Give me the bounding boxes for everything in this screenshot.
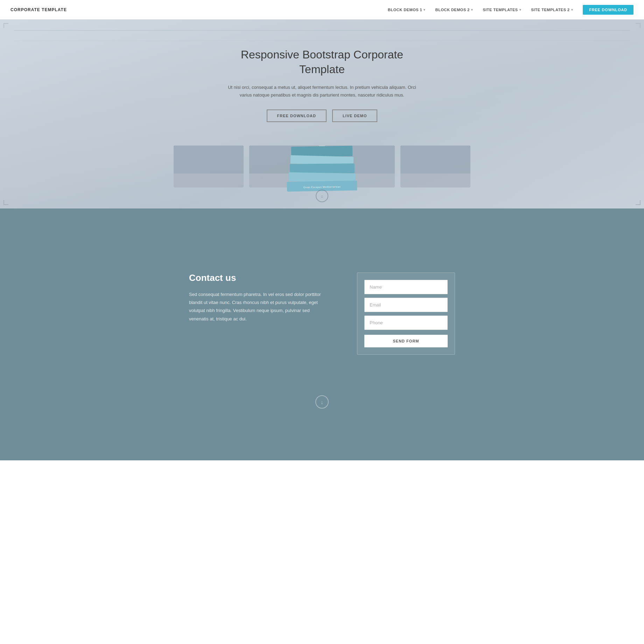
contact-phone-input[interactable] [364, 316, 448, 330]
book-label: Great Escapes Mediterranean [303, 185, 341, 189]
navbar-brand: CORPORATE TEMPLATE [10, 7, 67, 12]
corner-bracket-tr [636, 23, 640, 28]
contact-inner: Contact us Sed consequat fermentum phare… [189, 273, 455, 355]
contact-section: Contact us Sed consequat fermentum phare… [0, 208, 644, 418]
hero-content: Responsive Bootstrap Corporate Template … [224, 48, 420, 136]
product-card-4-image [400, 146, 470, 174]
corner-bracket-bl [4, 200, 8, 205]
navbar-free-download-button[interactable]: FREE DOWNLOAD [583, 5, 634, 15]
hero-demo-button[interactable]: LIVE DEMO [332, 109, 378, 122]
contact-send-button[interactable]: SEND FORM [364, 335, 448, 347]
hero-title: Responsive Bootstrap Corporate Template [224, 48, 420, 77]
product-card-4 [400, 146, 470, 187]
contact-right: SEND FORM [357, 273, 455, 355]
contact-name-input[interactable] [364, 280, 448, 294]
hero-subtitle: Ut nisi orci, consequat a metus ut, aliq… [224, 84, 420, 99]
hero-buttons: FREE DOWNLOAD LIVE DEMO [224, 109, 420, 122]
caret-icon-2: ▾ [471, 8, 473, 12]
hero-download-button[interactable]: FREE DOWNLOAD [267, 109, 327, 122]
arrow-down-icon-contact: ↓ [321, 399, 323, 405]
contact-description: Sed consequat fermentum pharetra. In vel… [189, 290, 329, 323]
contact-left: Contact us Sed consequat fermentum phare… [189, 273, 329, 323]
caret-icon-3: ▾ [519, 8, 522, 12]
contact-form: SEND FORM [357, 273, 455, 355]
caret-icon-1: ▾ [424, 8, 426, 12]
arrow-down-icon: ↓ [321, 193, 323, 199]
navbar: CORPORATE TEMPLATE BLOCK DEMOS 1 ▾ BLOCK… [0, 0, 644, 20]
nav-link-site-templates-2[interactable]: SITE TEMPLATES 2 ▾ [527, 6, 577, 14]
caret-icon-4: ▾ [571, 8, 573, 12]
navbar-links: BLOCK DEMOS 1 ▾ BLOCK DEMOS 2 ▾ SITE TEM… [384, 5, 634, 15]
corner-bracket-br [636, 200, 640, 205]
contact-scroll-down-button[interactable]: ↓ [315, 395, 329, 409]
contact-title: Contact us [189, 273, 329, 283]
hero-section: Responsive Bootstrap Corporate Template … [0, 20, 644, 208]
hero-scroll-down-button[interactable]: ↓ [316, 190, 328, 202]
bottom-spacer [0, 418, 644, 460]
nav-link-block-demos-2[interactable]: BLOCK DEMOS 2 ▾ [431, 6, 477, 14]
product-card-1 [174, 146, 244, 187]
books-pile: Great Escapes Mediterranean [284, 135, 360, 191]
corner-bracket-tl [4, 23, 8, 28]
contact-email-input[interactable] [364, 298, 448, 312]
product-card-1-image [174, 146, 244, 174]
nav-link-block-demos-1[interactable]: BLOCK DEMOS 1 ▾ [384, 6, 430, 14]
nav-link-site-templates[interactable]: SITE TEMPLATES ▾ [478, 6, 525, 14]
